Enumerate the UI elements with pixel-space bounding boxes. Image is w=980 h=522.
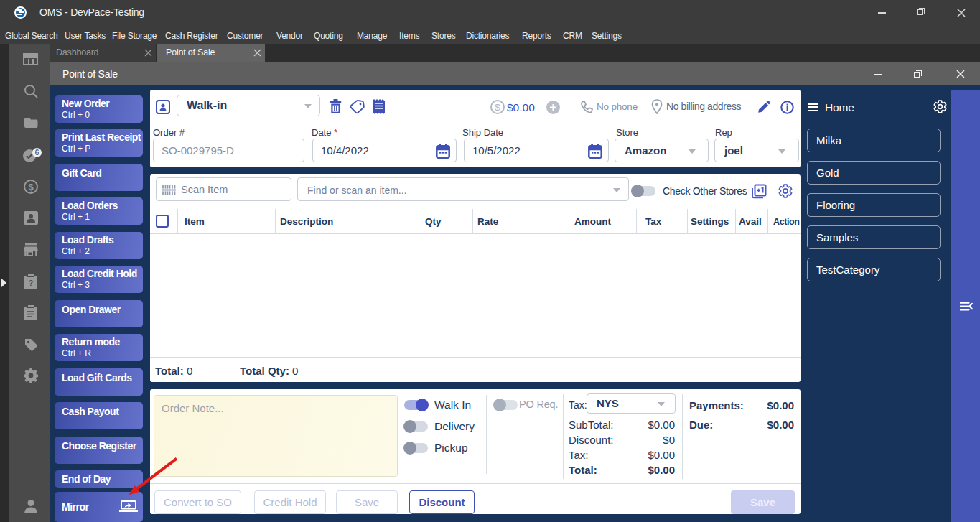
svg-text:$: $ — [495, 102, 500, 113]
svg-text:$: $ — [28, 182, 34, 192]
svg-text:?: ? — [29, 279, 33, 287]
